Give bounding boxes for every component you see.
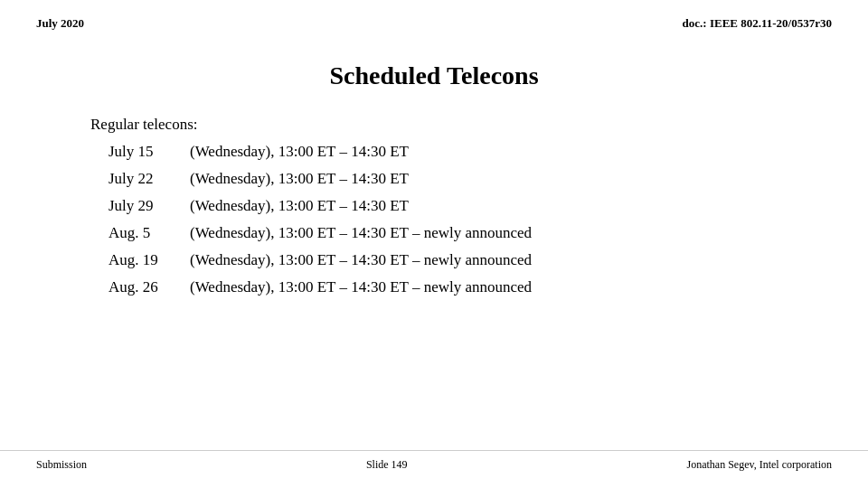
telecon-description: (Wednesday), 13:00 ET – 14:30 ET [190,143,409,161]
telecon-date: July 29 [108,197,190,215]
telecon-date: Aug. 19 [108,251,190,269]
footer-right: Jonathan Segev, Intel corporation [686,458,832,472]
telecon-date: July 15 [108,143,190,161]
telecon-description: (Wednesday), 13:00 ET – 14:30 ET [190,197,409,215]
list-item: July 22(Wednesday), 13:00 ET – 14:30 ET [108,170,832,188]
section-label: Regular telecons: [90,116,832,134]
header-left: July 2020 [36,16,84,31]
footer: Submission Slide 149 Jonathan Segev, Int… [0,450,868,472]
list-item: Aug. 5(Wednesday), 13:00 ET – 14:30 ET –… [108,224,832,242]
list-item: Aug. 19(Wednesday), 13:00 ET – 14:30 ET … [108,251,832,269]
list-item: Aug. 26(Wednesday), 13:00 ET – 14:30 ET … [108,278,832,296]
telecon-date: July 22 [108,170,190,188]
content-area: Regular telecons: July 15(Wednesday), 13… [36,116,832,296]
header-right: doc.: IEEE 802.11-20/0537r30 [683,16,832,31]
telecon-list: July 15(Wednesday), 13:00 ET – 14:30 ETJ… [90,143,832,296]
telecon-date: Aug. 5 [108,224,190,242]
telecon-description: (Wednesday), 13:00 ET – 14:30 ET – newly… [190,278,532,296]
telecon-date: Aug. 26 [108,278,190,296]
list-item: July 29(Wednesday), 13:00 ET – 14:30 ET [108,197,832,215]
telecon-description: (Wednesday), 13:00 ET – 14:30 ET – newly… [190,224,532,242]
telecon-description: (Wednesday), 13:00 ET – 14:30 ET [190,170,409,188]
footer-left: Submission [36,458,87,472]
footer-center: Slide 149 [366,458,408,472]
telecon-description: (Wednesday), 13:00 ET – 14:30 ET – newly… [190,251,532,269]
slide-title: Scheduled Telecons [36,61,832,90]
slide: July 2020 doc.: IEEE 802.11-20/0537r30 S… [0,0,868,488]
list-item: July 15(Wednesday), 13:00 ET – 14:30 ET [108,143,832,161]
